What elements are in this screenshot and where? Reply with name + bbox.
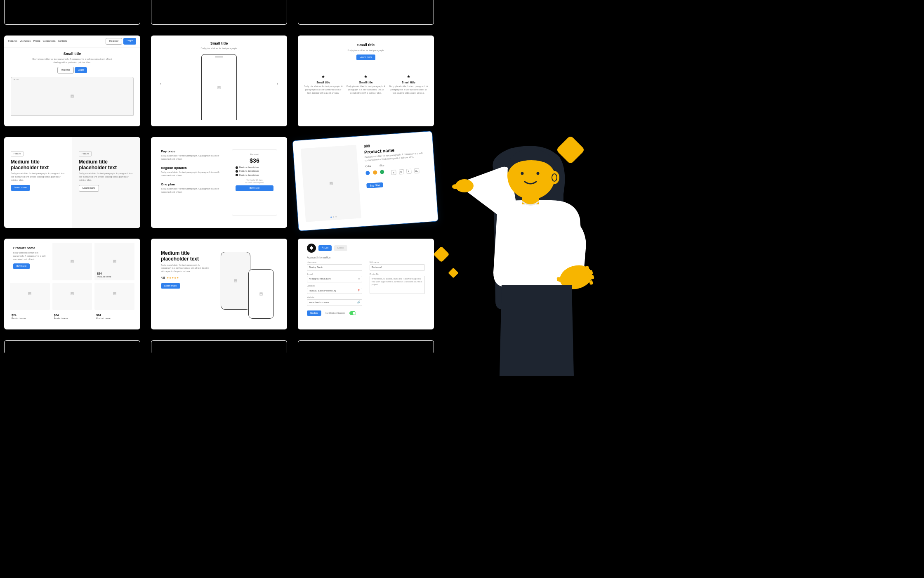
plan-feature: Feature description: [239, 170, 259, 173]
column-body: Body placeholder for text paragraph. A p…: [11, 172, 66, 182]
section-body: Body placeholder for text paragraph.: [323, 49, 409, 52]
field-label: E-mail: [307, 273, 362, 276]
section-body: Body placeholder for text paragraph.: [151, 47, 287, 50]
nav-link[interactable]: Contacts: [58, 40, 67, 43]
showcase-title: Medium title placeholder text: [161, 250, 209, 262]
image-placeholder-icon: [113, 291, 117, 296]
field-label: Username: [307, 261, 362, 264]
image-placeholder-icon: [233, 279, 238, 283]
product-tile[interactable]: [94, 283, 134, 310]
chevron-left-icon[interactable]: ‹: [160, 81, 161, 86]
field-label: Location: [307, 284, 362, 287]
feature-badge: Feature: [79, 151, 92, 156]
update-button[interactable]: Update: [307, 310, 321, 316]
column-body: Body placeholder for text paragraph. A p…: [79, 172, 134, 182]
wireframe-stub: [4, 340, 140, 353]
register-button[interactable]: Register: [106, 38, 122, 45]
image-placeholder-icon: [217, 85, 221, 90]
plan-label: Personal: [236, 153, 273, 156]
tile-name: Product name: [96, 317, 133, 320]
login-button[interactable]: Login: [75, 67, 87, 73]
size-option[interactable]: S: [391, 170, 396, 175]
color-swatch[interactable]: [373, 171, 377, 175]
wireframe-stub: [151, 0, 287, 25]
product-tile[interactable]: [52, 283, 92, 310]
star-icon: ★: [389, 74, 428, 79]
hero-title: Small title: [29, 52, 116, 57]
edit-button[interactable]: ✎ Edit: [318, 245, 332, 251]
wireframe-product-grid: Product name Body placeholder for text p…: [4, 239, 140, 329]
image-placeholder-icon: [70, 291, 74, 296]
star-icon: ★: [346, 74, 385, 79]
image-placeholder-icon: [70, 94, 74, 98]
svg-rect-3: [588, 270, 593, 275]
image-placeholder-icon: [329, 181, 333, 186]
nav-link[interactable]: Pricing: [33, 40, 40, 43]
size-option[interactable]: M: [399, 169, 404, 175]
location-input[interactable]: Russia, Saint Petersburg📍: [307, 288, 362, 294]
nav-link[interactable]: Use Cases: [20, 40, 31, 43]
buy-now-button[interactable]: Buy Now: [236, 185, 273, 191]
size-option[interactable]: XL: [414, 168, 419, 174]
feature-title: Small title: [304, 81, 343, 84]
feature-body: Body placeholder for text paragraph. A p…: [389, 85, 428, 95]
learn-more-button[interactable]: Learn more: [79, 185, 99, 192]
mail-icon: ✉: [358, 277, 360, 281]
learn-more-button[interactable]: Learn more: [161, 283, 180, 289]
tile-price: $24: [54, 313, 91, 317]
register-button[interactable]: Register: [57, 67, 74, 73]
buy-now-button[interactable]: Buy Now: [13, 263, 30, 269]
website-input[interactable]: www.buninux.com🔗: [307, 299, 362, 306]
email-input[interactable]: hello@buninux.com✉: [307, 276, 362, 282]
image-placeholder-icon: [259, 292, 263, 296]
link-icon: 🔗: [357, 301, 360, 304]
wireframe-product-detail[interactable]: $99 Product name Body placeholder for te…: [292, 131, 438, 231]
product-tile[interactable]: [10, 283, 50, 310]
svg-point-0: [455, 179, 474, 192]
wolf-icon: [309, 245, 314, 251]
product-tile[interactable]: $24Product name: [94, 243, 134, 280]
pricing-heading: One plan: [161, 182, 222, 187]
bio-textarea[interactable]: Wireframes, UI toolkits, Icons etc. Robo…: [370, 276, 425, 294]
color-swatch[interactable]: [365, 171, 370, 175]
wireframe-stub: [151, 340, 287, 353]
svg-rect-6: [522, 192, 539, 204]
wireframe-stub: [298, 340, 434, 353]
tile-price: $24: [97, 272, 111, 275]
learn-more-button[interactable]: Learn more: [11, 185, 30, 191]
tile-name: Product name: [12, 317, 48, 320]
nickname-input[interactable]: Robowolf: [370, 264, 425, 271]
product-name: Product name: [13, 246, 47, 250]
check-icon: ✓: [236, 170, 238, 173]
nav-link[interactable]: Features: [8, 40, 17, 43]
delete-button[interactable]: Delete: [334, 245, 347, 251]
tile-price: $24: [12, 313, 48, 317]
login-button[interactable]: Login: [123, 38, 136, 45]
diamond-decoration: [556, 135, 585, 165]
username-input[interactable]: Dmitry Bunin: [307, 264, 362, 271]
buy-now-button[interactable]: Buy Now: [366, 182, 383, 189]
pricing-body: Body placeholder for text paragraph. A p…: [161, 171, 222, 177]
chevron-right-icon[interactable]: ›: [277, 81, 278, 86]
section-title: Small title: [323, 43, 409, 48]
carousel-dots[interactable]: [330, 216, 337, 218]
trial-note: Try free for 14 days no credit card requ…: [236, 179, 273, 184]
color-label: Color: [365, 165, 371, 168]
notification-toggle[interactable]: [349, 311, 356, 315]
plan-price: $36: [236, 157, 273, 164]
tile-price: $24: [96, 313, 133, 317]
learn-more-button[interactable]: Learn more: [356, 54, 376, 60]
nav-link[interactable]: Components: [42, 40, 55, 43]
diamond-decoration: [448, 268, 458, 278]
wireframe-phone-carousel: Small title Body placeholder for text pa…: [151, 36, 287, 126]
check-icon: ✓: [236, 174, 238, 176]
hero-body: Body placeholder for text paragraph. A p…: [29, 58, 116, 64]
wireframe-features: Small title Body placeholder for text pa…: [298, 36, 434, 126]
svg-rect-4: [589, 275, 594, 280]
showcase-body: Body placeholder for text paragraph. A p…: [161, 264, 209, 273]
presenter-illustration: [440, 128, 596, 376]
size-option[interactable]: L: [406, 169, 412, 174]
notification-label: Notification Sounds: [325, 312, 345, 315]
product-tile[interactable]: [52, 243, 92, 280]
color-swatch[interactable]: [380, 170, 384, 175]
